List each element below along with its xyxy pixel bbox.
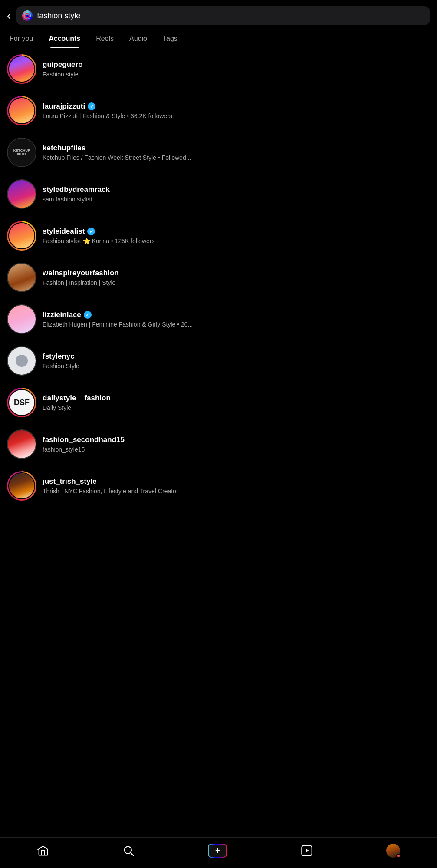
svg-line-4 [131,853,133,855]
account-item[interactable]: KETCHUP FILESketchupfilesKetchup Files /… [0,132,437,173]
account-list: guipegueroFashion stylelaurajpizzuti✓Lau… [0,48,437,507]
account-info: ketchupfilesKetchup Files / Fashion Week… [43,144,430,161]
home-icon [37,845,49,857]
account-username: laurajpizzuti [43,102,85,111]
tab-for-you[interactable]: For you [2,30,41,48]
avatar: KETCHUP FILES [7,138,36,167]
account-item[interactable]: just_trish_styleThrish | NYC Fashion, Li… [0,465,437,507]
account-info: laurajpizzuti✓Laura Pizzuti | Fashion & … [43,102,430,119]
account-info: lizzieinlace✓Elizabeth Hugen | Feminine … [43,310,430,328]
account-username: styleidealist [43,227,85,236]
nav-search[interactable] [117,843,140,858]
reels-nav-icon [301,845,313,857]
back-button[interactable]: ‹ [7,9,11,23]
account-info: just_trish_styleThrish | NYC Fashion, Li… [43,477,430,495]
account-item[interactable]: styledbydreamracksam fashion stylist [0,173,437,215]
account-username: dailystyle__fashion [43,394,111,403]
account-bio: Thrish | NYC Fashion, Lifestyle and Trav… [43,488,430,495]
notification-dot [396,854,401,858]
avatar [7,221,36,251]
avatar [7,96,36,125]
account-info: guipegueroFashion style [43,60,430,78]
avatar [7,346,36,376]
avatar [7,471,36,501]
plus-icon: + [215,846,220,856]
account-username: guipeguero [43,60,83,69]
account-info: styledbydreamracksam fashion stylist [43,185,430,203]
account-item[interactable]: fashion_secondhand15fashion_style15 [0,423,437,465]
account-bio: sam fashion stylist [43,196,430,203]
tiktok-logo-icon [22,10,33,21]
tab-reels[interactable]: Reels [88,30,122,48]
account-username: fstylenyc [43,352,75,361]
tab-tags[interactable]: Tags [155,30,185,48]
verified-badge-icon: ✓ [87,228,95,235]
account-bio: Daily Style [43,404,430,411]
account-bio: Fashion style [43,71,430,78]
account-username: ketchupfiles [43,144,85,152]
account-item[interactable]: fstylenycFashion Style [0,340,437,382]
search-bar[interactable]: fashion style [16,6,430,25]
account-item[interactable]: DSFdailystyle__fashionDaily Style [0,382,437,423]
account-item[interactable]: weinspireyourfashionFashion | Inspiratio… [0,257,437,298]
account-bio: Fashion stylist ⭐ Karina • 125K follower… [43,238,430,244]
avatar [7,54,36,84]
profile-avatar [386,844,400,858]
nav-profile[interactable] [381,842,405,859]
bottom-navigation: + [0,837,437,868]
account-bio: Elizabeth Hugen | Feminine Fashion & Gir… [43,321,430,328]
account-username: styledbydreamrack [43,185,110,194]
tab-audio[interactable]: Audio [122,30,155,48]
account-username: lizzieinlace [43,310,81,319]
account-info: fashion_secondhand15fashion_style15 [43,436,430,453]
account-info: weinspireyourfashionFashion | Inspiratio… [43,269,430,286]
account-item[interactable]: guipegueroFashion style [0,48,437,90]
account-username: weinspireyourfashion [43,269,119,277]
account-item[interactable]: styleidealist✓Fashion stylist ⭐ Karina •… [0,215,437,257]
avatar [7,304,36,334]
account-item[interactable]: laurajpizzuti✓Laura Pizzuti | Fashion & … [0,90,437,132]
account-username: fashion_secondhand15 [43,436,125,444]
account-bio: Fashion Style [43,363,430,370]
account-bio: fashion_style15 [43,446,430,453]
avatar [7,429,36,459]
avatar: DSF [7,388,36,417]
search-nav-icon [122,845,135,857]
tab-accounts[interactable]: Accounts [41,30,88,48]
header: ‹ fashion style [0,0,437,30]
tabs-bar: For youAccountsReelsAudioTags [0,30,437,48]
account-info: styleidealist✓Fashion stylist ⭐ Karina •… [43,227,430,244]
account-info: dailystyle__fashionDaily Style [43,394,430,411]
account-bio: Fashion | Inspiration | Style [43,279,430,286]
account-bio: Ketchup Files / Fashion Week Street Styl… [43,154,430,161]
account-info: fstylenycFashion Style [43,352,430,370]
nav-reels[interactable] [296,843,318,858]
account-username: just_trish_style [43,477,97,486]
account-bio: Laura Pizzuti | Fashion & Style • 66.2K … [43,112,430,119]
nav-add[interactable]: + [203,842,232,859]
nav-home[interactable] [32,843,54,858]
account-item[interactable]: lizzieinlace✓Elizabeth Hugen | Feminine … [0,298,437,340]
avatar [7,263,36,292]
avatar [7,179,36,209]
verified-badge-icon: ✓ [88,102,95,110]
svg-point-2 [26,15,29,17]
search-query-text: fashion style [37,11,80,20]
add-button[interactable]: + [208,844,227,858]
verified-badge-icon: ✓ [84,311,92,319]
